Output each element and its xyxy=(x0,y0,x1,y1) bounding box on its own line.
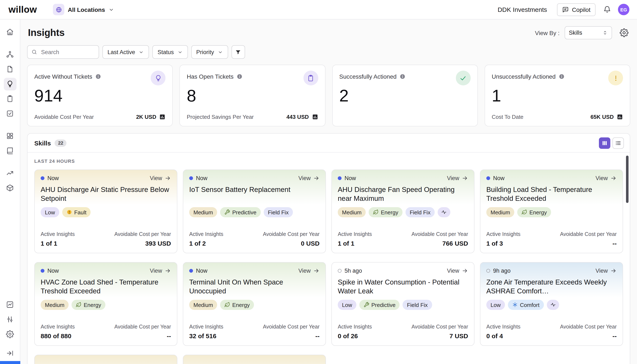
sidebar-item-faders[interactable] xyxy=(4,313,16,326)
insight-card-building-load-shed-temperature-treshold-[interactable]: Now View Building Load Shed - Temperatur… xyxy=(480,170,623,253)
tag-field-fix: Field Fix xyxy=(403,300,432,310)
tag-medium: Medium xyxy=(41,300,69,310)
view-link[interactable]: View xyxy=(595,175,617,181)
view-link[interactable]: View xyxy=(447,268,468,274)
stat-label: Has Open Tickets xyxy=(187,73,234,80)
arrow-icon xyxy=(610,268,617,274)
location-selector[interactable]: All Locations xyxy=(53,4,114,15)
count-badge: 22 xyxy=(55,139,67,146)
check-square-icon xyxy=(6,110,14,118)
tag-medium: Medium xyxy=(486,207,514,217)
card-title: HVAC Zone Load Shed - Temperature Tresho… xyxy=(41,278,171,296)
view-link[interactable]: View xyxy=(150,268,171,274)
sidebar-item-document[interactable] xyxy=(4,63,16,76)
sidebar-item-home[interactable] xyxy=(4,26,16,38)
sidebar-item-chart-square[interactable] xyxy=(4,298,16,311)
view-link[interactable]: View xyxy=(447,175,468,181)
insight-icon xyxy=(154,74,162,82)
view-link[interactable]: View xyxy=(150,175,171,181)
stat-value: 2 xyxy=(339,86,471,105)
time-label: Now xyxy=(47,175,59,181)
arrow-icon xyxy=(462,175,468,181)
insights-settings-button[interactable] xyxy=(619,28,629,38)
arrow-icon xyxy=(165,268,171,274)
brand-logo: willow xyxy=(9,4,37,15)
sidebar-item-clipboard[interactable] xyxy=(4,92,16,105)
insight-card-ahu-discharge-air-static-pressure-below-[interactable]: Now View AHU Discharge Air Static Pressu… xyxy=(34,170,177,253)
card-time: Now xyxy=(41,175,59,181)
avoidable-cost: Avoidable Cost per Year -- xyxy=(263,324,320,340)
insight-card-terminal-unit-on-when-space-unoccupied[interactable]: Now View Terminal Unit On When Space Uno… xyxy=(183,262,326,346)
search-icon xyxy=(31,49,37,55)
tag-pulse xyxy=(438,207,450,217)
info-icon[interactable] xyxy=(558,74,564,80)
insight-card-zone-air-temperature-exceeds-weekly-ashr[interactable]: 9h ago View Zone Air Temperature Exceeds… xyxy=(480,262,623,346)
view-link[interactable]: View xyxy=(298,175,320,181)
status-dot xyxy=(41,269,45,273)
check-icon xyxy=(460,74,467,82)
tag-predictive: Predictive xyxy=(359,300,400,310)
card-title: AHU Discharge Fan Speed Operating near M… xyxy=(338,185,468,203)
stat-label: Successfully Actioned xyxy=(339,73,396,80)
sidebar-item-assets[interactable] xyxy=(4,48,16,61)
main-content: Insights View By : Skills Last Active xyxy=(20,20,637,364)
insight-card-ahu-discharge-fan-speed-operating-near-m[interactable]: Now View AHU Discharge Fan Speed Operati… xyxy=(331,170,475,253)
sidebar-item-cube[interactable] xyxy=(4,182,16,194)
active-insights: Active Insights 1 of 1 xyxy=(338,231,372,247)
sidebar-item-book[interactable] xyxy=(4,144,16,157)
copilot-button[interactable]: Copilot xyxy=(557,3,595,16)
avoidable-cost: Avoidable Cost per Year -- xyxy=(114,324,171,340)
filter-last-active[interactable]: Last Active xyxy=(102,45,149,59)
sidebar-item-insight[interactable] xyxy=(4,78,16,90)
view-link[interactable]: View xyxy=(595,268,617,274)
card-title: AHU Discharge Air Static Pressure Below … xyxy=(41,185,171,203)
search-input[interactable] xyxy=(40,48,95,56)
view-link[interactable]: View xyxy=(298,268,320,274)
location-label: All Locations xyxy=(68,6,105,13)
insight-card-iot-sensor-battery-replacement[interactable]: Now View IoT Sensor Battery Replacement … xyxy=(183,170,326,253)
leaf-icon xyxy=(522,210,527,215)
notifications-button[interactable] xyxy=(603,6,611,14)
active-insights: Active Insights 1 of 2 xyxy=(189,231,223,247)
copilot-label: Copilot xyxy=(572,6,590,13)
panel-scrollbar[interactable] xyxy=(626,156,628,203)
view-by-value: Skills xyxy=(569,30,582,36)
active-insights: Active Insights 1 of 1 xyxy=(41,231,75,247)
info-icon xyxy=(237,74,243,80)
leaf-icon xyxy=(76,302,82,308)
insight-card-grid: Now View AHU Discharge Air Static Pressu… xyxy=(34,170,623,364)
filter-priority[interactable]: Priority xyxy=(191,45,228,59)
cost-chart-button[interactable] xyxy=(617,114,623,120)
tag-fault: Fault xyxy=(62,207,91,217)
insight-card-hvac-zone-load-shed-temperature-treshold[interactable]: Now View HVAC Zone Load Shed - Temperatu… xyxy=(34,262,177,346)
avatar[interactable]: EG xyxy=(618,4,629,15)
stat-cards: Active Without Tickets 914 Avoidable Cos… xyxy=(27,65,630,126)
gear-icon xyxy=(620,28,628,37)
card-title: Spike in Water Consumption - Potential W… xyxy=(338,278,468,296)
insight-card-partial[interactable] xyxy=(183,355,326,364)
cost-chart-button[interactable] xyxy=(312,114,318,120)
grid-view-toggle[interactable] xyxy=(599,137,610,148)
sidebar-item-dashboard[interactable] xyxy=(4,130,16,142)
list-icon xyxy=(615,140,621,146)
collapse-icon xyxy=(6,349,14,357)
stat-label: Unsuccessfully Actioned xyxy=(492,73,556,80)
cost-chart-button[interactable] xyxy=(159,114,166,120)
info-icon[interactable] xyxy=(95,74,101,80)
time-label: Now xyxy=(47,268,59,274)
info-icon[interactable] xyxy=(399,74,405,80)
sidebar-item-trend[interactable] xyxy=(4,167,16,180)
list-view-toggle[interactable] xyxy=(612,137,624,148)
filter-status[interactable]: Status xyxy=(153,45,188,59)
sidebar-item-check-square[interactable] xyxy=(4,107,16,120)
view-by-select[interactable]: Skills xyxy=(565,26,612,39)
insight-card-spike-in-water-consumption-potential-wat[interactable]: 5h ago View Spike in Water Consumption -… xyxy=(331,262,475,346)
stat-foot-value: 443 USD xyxy=(287,114,309,120)
tag-energy: Energy xyxy=(517,207,551,217)
advanced-filter-button[interactable] xyxy=(231,45,245,59)
sidebar-item-gear[interactable] xyxy=(4,328,16,340)
arrow-icon xyxy=(313,175,320,181)
insight-card-partial[interactable] xyxy=(34,355,177,364)
info-icon[interactable] xyxy=(237,74,243,80)
sidebar-item-collapse[interactable] xyxy=(4,347,16,360)
